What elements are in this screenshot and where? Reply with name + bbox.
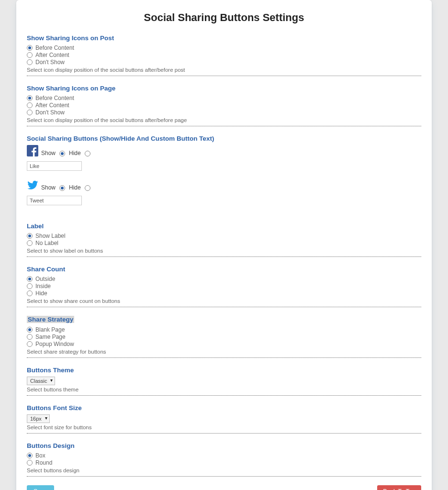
radio-icon[interactable] bbox=[27, 327, 33, 333]
radio-option[interactable]: Popup Window bbox=[27, 341, 421, 347]
hide-label: Hide bbox=[69, 184, 81, 191]
section-share-count: Share Count Outside Inside Hide Select t… bbox=[27, 266, 421, 304]
radio-icon[interactable] bbox=[27, 283, 33, 289]
twitter-block: Show Hide bbox=[27, 179, 421, 205]
radio-label: Outside bbox=[35, 276, 55, 282]
section-buttons-font-size: Buttons Font Size 16px Select font size … bbox=[27, 404, 421, 430]
radio-label: Show Label bbox=[35, 233, 66, 239]
radio-option[interactable]: Don't Show bbox=[27, 59, 421, 66]
section-label: Label Show Label No Label Select to show… bbox=[27, 223, 421, 254]
radio-label: Popup Window bbox=[35, 341, 74, 347]
radio-option[interactable]: Blank Page bbox=[27, 326, 421, 333]
divider bbox=[27, 256, 421, 257]
hide-label: Hide bbox=[69, 150, 81, 156]
divider bbox=[27, 76, 421, 76]
radio-label: Same Page bbox=[35, 334, 66, 340]
facebook-text-input[interactable] bbox=[27, 161, 82, 171]
section-title: Buttons Design bbox=[27, 442, 421, 449]
radio-label: Before Content bbox=[35, 45, 74, 51]
facebook-icon bbox=[27, 145, 38, 156]
radio-icon[interactable] bbox=[27, 95, 33, 101]
radio-icon[interactable] bbox=[27, 110, 33, 115]
radio-option[interactable]: Inside bbox=[27, 283, 421, 290]
twitter-text-input[interactable] bbox=[27, 196, 82, 205]
radio-label: After Content bbox=[35, 52, 69, 58]
radio-label: Don't Show bbox=[35, 59, 65, 66]
radio-option[interactable]: After Content bbox=[27, 52, 421, 58]
radio-icon[interactable] bbox=[27, 240, 33, 246]
radio-show[interactable] bbox=[59, 151, 65, 156]
radio-icon[interactable] bbox=[27, 341, 33, 347]
radio-option[interactable]: Don't Show bbox=[27, 109, 421, 116]
footer-row: Save Back To Top bbox=[27, 485, 421, 490]
facebook-row: Show Hide bbox=[27, 145, 421, 156]
radio-label: Round bbox=[35, 459, 52, 466]
theme-select[interactable]: Classic bbox=[27, 377, 55, 385]
section-title: Social Sharing Buttons (Show/Hide And Cu… bbox=[27, 135, 421, 142]
save-button[interactable]: Save bbox=[27, 485, 54, 490]
radio-icon[interactable] bbox=[27, 52, 33, 58]
section-social-buttons: Social Sharing Buttons (Show/Hide And Cu… bbox=[27, 135, 421, 205]
help-text: Select to show share count on buttons bbox=[27, 298, 421, 304]
divider bbox=[27, 357, 421, 358]
divider bbox=[27, 307, 421, 307]
radio-option[interactable]: No Label bbox=[27, 240, 421, 246]
radio-icon[interactable] bbox=[27, 59, 33, 65]
section-title: Share Count bbox=[27, 266, 421, 273]
section-icons-page: Show Sharing Icons on Page Before Conten… bbox=[27, 85, 421, 123]
radio-icon[interactable] bbox=[27, 290, 33, 296]
radio-label: Box bbox=[35, 452, 45, 459]
radio-option[interactable]: Box bbox=[27, 452, 421, 459]
help-text: Select font size for buttons bbox=[27, 424, 421, 430]
back-to-top-button[interactable]: Back To Top bbox=[377, 485, 421, 490]
twitter-row: Show Hide bbox=[27, 179, 421, 191]
radio-icon[interactable] bbox=[27, 233, 33, 239]
section-icons-post: Show Sharing Icons on Post Before Conten… bbox=[27, 34, 421, 73]
section-title: Buttons Theme bbox=[27, 367, 421, 374]
radio-icon[interactable] bbox=[27, 102, 33, 108]
help-text: Select icon display position of the soci… bbox=[27, 117, 421, 123]
font-size-select[interactable]: 16px bbox=[27, 414, 50, 423]
facebook-block: Show Hide bbox=[27, 145, 421, 171]
radio-icon[interactable] bbox=[27, 276, 33, 282]
help-text: Select buttons theme bbox=[27, 387, 421, 392]
radio-hide[interactable] bbox=[85, 151, 90, 156]
help-text: Select icon display position of the soci… bbox=[27, 67, 421, 73]
radio-option[interactable]: Outside bbox=[27, 276, 421, 282]
page-title: Social Sharing Buttons Settings bbox=[27, 11, 421, 24]
show-label: Show bbox=[41, 184, 56, 191]
settings-card: Social Sharing Buttons Settings Show Sha… bbox=[16, 0, 432, 490]
section-buttons-design: Buttons Design Box Round Select buttons … bbox=[27, 442, 421, 473]
radio-option[interactable]: After Content bbox=[27, 102, 421, 109]
help-text: Select to show label on buttons bbox=[27, 248, 421, 254]
section-title: Label bbox=[27, 223, 421, 230]
radio-icon[interactable] bbox=[27, 45, 33, 51]
divider bbox=[27, 395, 421, 396]
divider bbox=[27, 433, 421, 434]
radio-label: Don't Show bbox=[35, 109, 65, 116]
section-share-strategy: Share Strategy Blank Page Same Page Popu… bbox=[27, 316, 421, 355]
radio-show[interactable] bbox=[59, 185, 65, 191]
divider bbox=[27, 126, 421, 126]
help-text: Select share strategy for buttons bbox=[27, 349, 421, 355]
section-buttons-theme: Buttons Theme Classic Select buttons the… bbox=[27, 367, 421, 392]
twitter-icon bbox=[27, 179, 38, 191]
radio-label: After Content bbox=[35, 102, 69, 109]
radio-icon[interactable] bbox=[27, 460, 33, 466]
radio-label: Before Content bbox=[35, 95, 74, 101]
radio-option[interactable]: Show Label bbox=[27, 233, 421, 239]
radio-label: Inside bbox=[35, 283, 51, 290]
radio-option[interactable]: Hide bbox=[27, 290, 421, 297]
help-text: Select buttons design bbox=[27, 468, 421, 473]
radio-option[interactable]: Before Content bbox=[27, 95, 421, 101]
radio-option[interactable]: Same Page bbox=[27, 334, 421, 340]
section-title: Show Sharing Icons on Post bbox=[27, 34, 421, 42]
show-label: Show bbox=[41, 150, 56, 156]
radio-hide[interactable] bbox=[85, 185, 90, 191]
radio-icon[interactable] bbox=[27, 334, 33, 340]
divider bbox=[27, 476, 421, 477]
radio-icon[interactable] bbox=[27, 453, 33, 458]
radio-option[interactable]: Before Content bbox=[27, 45, 421, 51]
radio-option[interactable]: Round bbox=[27, 459, 421, 466]
radio-label: Blank Page bbox=[35, 326, 65, 333]
